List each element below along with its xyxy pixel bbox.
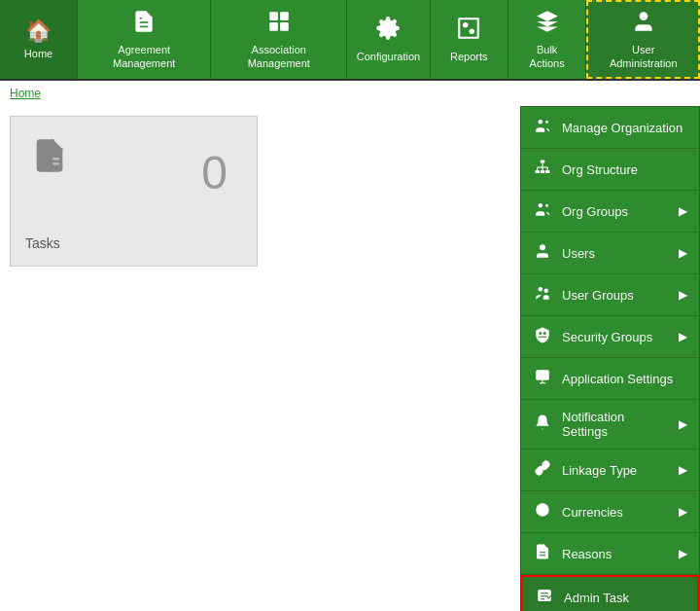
user-groups-label: User Groups: [562, 288, 669, 303]
nav-item-agreement-management[interactable]: Agreement Management: [78, 0, 211, 79]
svg-rect-5: [269, 22, 278, 31]
home-icon: 🏠: [25, 18, 52, 44]
task-label: Tasks: [25, 235, 60, 251]
svg-point-30: [544, 289, 549, 294]
nav-bar: 🏠 Home Agreement Management Association …: [0, 0, 700, 81]
nav-item-home[interactable]: 🏠 Home: [0, 0, 78, 79]
linkage-type-label: Linkage Type: [562, 463, 669, 478]
svg-point-11: [639, 13, 648, 21]
dropdown-item-user-groups[interactable]: User Groups ▶: [521, 274, 699, 316]
nav-item-reports[interactable]: Reports: [431, 0, 508, 79]
notification-settings-icon: [533, 413, 552, 435]
agreement-icon: [131, 9, 157, 40]
dropdown-menu: Manage Organization Org Structure Org Gr…: [520, 106, 700, 611]
svg-point-29: [539, 287, 543, 292]
svg-point-8: [463, 22, 468, 27]
svg-point-15: [539, 120, 543, 125]
nav-item-association-management[interactable]: Association Management: [211, 0, 347, 79]
svg-point-27: [545, 204, 548, 207]
svg-point-28: [540, 244, 545, 250]
nav-label-reports: Reports: [450, 51, 488, 63]
nav-label-agreement: Agreement Management: [89, 44, 198, 69]
dropdown-item-admin-task[interactable]: Admin Task: [521, 575, 699, 611]
manage-org-label: Manage Organization: [562, 121, 687, 135]
dropdown-item-notification-settings[interactable]: Notification Settings ▶: [521, 400, 699, 449]
org-groups-arrow: ▶: [679, 204, 687, 218]
org-groups-label: Org Groups: [562, 204, 669, 219]
nav-item-user-administration[interactable]: User Administration: [586, 0, 700, 79]
nav-item-configuration[interactable]: Configuration: [347, 0, 431, 79]
admin-task-icon: [535, 587, 554, 608]
main-area: 0 Tasks Manage Organization Org Structur…: [0, 106, 700, 609]
svg-point-26: [539, 203, 543, 208]
dropdown-item-org-structure[interactable]: Org Structure: [521, 149, 699, 191]
task-count: 0: [201, 146, 228, 199]
association-icon: [266, 9, 292, 40]
linkage-type-icon: [533, 459, 552, 481]
dropdown-item-users[interactable]: Users ▶: [521, 233, 699, 274]
security-groups-arrow: ▶: [679, 330, 687, 343]
svg-point-16: [545, 121, 548, 124]
svg-point-31: [539, 332, 542, 335]
svg-rect-34: [536, 370, 549, 380]
currencies-arrow: ▶: [679, 505, 687, 519]
users-icon: [533, 242, 552, 264]
task-widget: 0 Tasks: [10, 116, 258, 267]
admin-task-label: Admin Task: [564, 591, 685, 605]
dropdown-item-org-groups[interactable]: Org Groups ▶: [521, 191, 699, 233]
svg-point-9: [470, 28, 474, 33]
dropdown-item-reasons[interactable]: Reasons ▶: [521, 533, 699, 575]
user-admin-icon: [631, 9, 656, 40]
nav-label-association: Association Management: [223, 44, 334, 69]
dropdown-item-linkage-type[interactable]: Linkage Type ▶: [521, 449, 699, 491]
svg-rect-18: [536, 170, 541, 173]
dropdown-item-manage-organization[interactable]: Manage Organization: [521, 107, 699, 149]
notification-settings-arrow: ▶: [679, 417, 687, 431]
task-icon: [30, 136, 69, 184]
users-label: Users: [562, 246, 669, 261]
security-groups-icon: [533, 326, 552, 347]
reasons-arrow: ▶: [679, 547, 687, 560]
application-settings-icon: [533, 368, 552, 389]
breadcrumb[interactable]: Home: [0, 81, 700, 106]
dropdown-item-security-groups[interactable]: Security Groups ▶: [521, 316, 699, 358]
org-structure-label: Org Structure: [562, 162, 687, 177]
dropdown-item-application-settings[interactable]: Application Settings: [521, 358, 699, 400]
linkage-type-arrow: ▶: [679, 463, 687, 477]
svg-point-12: [40, 154, 50, 163]
svg-rect-4: [280, 13, 289, 21]
notification-settings-label: Notification Settings: [562, 410, 669, 439]
configuration-icon: [375, 16, 401, 47]
reasons-icon: [533, 543, 552, 564]
security-groups-label: Security Groups: [562, 330, 669, 344]
currencies-icon: [533, 501, 552, 522]
currencies-label: Currencies: [562, 505, 669, 520]
svg-rect-17: [541, 161, 545, 163]
nav-item-bulk-actions[interactable]: Bulk Actions: [508, 0, 587, 79]
svg-point-32: [543, 332, 546, 335]
dropdown-item-currencies[interactable]: Currencies ▶: [521, 491, 699, 533]
org-groups-icon: [533, 200, 552, 222]
bulk-actions-icon: [535, 9, 560, 40]
nav-label-bulk-actions: Bulk Actions: [520, 44, 575, 69]
manage-org-icon: [533, 117, 552, 138]
svg-line-10: [468, 27, 470, 29]
svg-rect-19: [541, 170, 545, 173]
users-arrow: ▶: [679, 246, 687, 260]
svg-rect-6: [280, 22, 289, 31]
application-settings-label: Application Settings: [562, 372, 687, 386]
user-groups-arrow: ▶: [679, 288, 687, 302]
nav-label-home: Home: [24, 48, 52, 60]
org-structure-icon: [533, 159, 552, 180]
nav-label-configuration: Configuration: [357, 51, 420, 63]
svg-rect-20: [545, 170, 550, 173]
svg-rect-3: [269, 13, 278, 21]
reasons-label: Reasons: [562, 547, 669, 561]
nav-label-user-admin: User Administration: [600, 44, 686, 69]
reports-icon: [456, 16, 481, 47]
user-groups-icon: [533, 284, 552, 306]
